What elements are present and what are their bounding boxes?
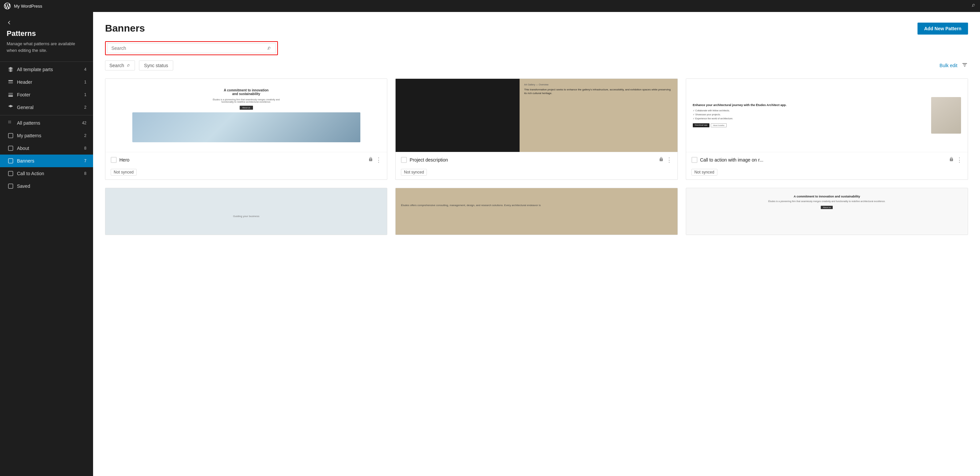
pattern-card-6: A commitment to innovation and sustainab… — [686, 188, 968, 235]
search-filter-button[interactable]: Search — [105, 60, 135, 70]
sidebar-item-my-patterns[interactable]: My patterns 2 — [0, 129, 93, 142]
svg-rect-2 — [8, 93, 13, 95]
sidebar-item-count: 8 — [84, 171, 86, 176]
sidebar-item-label: All patterns — [17, 120, 40, 126]
sidebar-item-label: All template parts — [17, 67, 53, 72]
wordpress-logo — [4, 3, 11, 9]
sidebar-item-count: 4 — [84, 67, 86, 72]
sidebar-item-banners[interactable]: Banners 7 — [0, 154, 93, 167]
pattern-checkbox-project-desc[interactable] — [401, 157, 407, 163]
pattern-name-hero: Hero — [119, 157, 366, 162]
pattern-card-footer-cta-image: Call to action with image on r... ⋮ — [686, 152, 968, 167]
sidebar-description: Manage what patterns are available when … — [0, 41, 93, 60]
back-button[interactable] — [0, 17, 93, 28]
pattern-preview-5: Études offers comprehensive consulting, … — [396, 188, 677, 235]
pattern-card-4: Guiding your business — [105, 188, 387, 235]
filters-row: Search Sync status Bulk edit — [105, 60, 968, 70]
search-box-inner — [107, 43, 276, 53]
more-options-button-cta-image[interactable]: ⋮ — [956, 156, 963, 164]
sidebar-item-label: About — [17, 146, 29, 151]
add-new-pattern-button[interactable]: Add New Pattern — [918, 22, 968, 35]
sync-status-badge-hero: Not synced — [111, 169, 137, 175]
svg-rect-3 — [8, 96, 13, 97]
top-bar: My WordPress — [0, 0, 980, 12]
filter-options-button[interactable] — [961, 62, 968, 70]
more-options-button-hero[interactable]: ⋮ — [375, 156, 382, 164]
sidebar-item-call-to-action[interactable]: Call to Action 8 — [0, 167, 93, 180]
pattern-preview-hero: A commitment to innovationand sustainabi… — [105, 79, 387, 152]
sidebar-item-label: My patterns — [17, 133, 41, 138]
lock-icon-cta-image — [949, 157, 954, 163]
pattern-card-footer-hero: Hero ⋮ — [105, 152, 387, 167]
sidebar-title: Patterns — [0, 28, 93, 41]
svg-rect-1 — [8, 82, 13, 84]
divider-2 — [0, 115, 93, 115]
pattern-grid: A commitment to innovationand sustainabi… — [105, 78, 968, 235]
sidebar-item-count: 2 — [84, 105, 86, 110]
pattern-name-cta-image: Call to action with image on r... — [700, 157, 947, 162]
pattern-card-hero: A commitment to innovationand sustainabi… — [105, 78, 387, 180]
page-title: Banners — [105, 22, 145, 34]
sidebar-item-footer[interactable]: Footer 1 — [0, 88, 93, 101]
sidebar-item-general[interactable]: General 2 — [0, 101, 93, 114]
pattern-card-project-desc: Art Gallery — Overview This transformati… — [395, 78, 678, 180]
sidebar-item-all-template-parts[interactable]: All template parts 4 — [0, 63, 93, 76]
sync-status-badge-project-desc: Not synced — [401, 169, 427, 175]
pattern-preview-cta-image: Enhance your architectural journey with … — [686, 79, 968, 152]
sidebar-item-label: Header — [17, 80, 32, 85]
pattern-card-footer-project-desc: Project description ⋮ — [396, 152, 677, 167]
pattern-preview-4: Guiding your business — [105, 188, 387, 235]
pattern-preview-project-desc: Art Gallery — Overview This transformati… — [396, 79, 677, 152]
filters-left: Search Sync status — [105, 60, 173, 70]
sidebar-item-about[interactable]: About 8 — [0, 142, 93, 154]
sync-status-button[interactable]: Sync status — [139, 60, 173, 70]
sidebar-item-count: 2 — [84, 133, 86, 138]
svg-rect-0 — [8, 80, 13, 81]
more-options-button-project-desc[interactable]: ⋮ — [666, 156, 672, 164]
sidebar-item-count: 1 — [84, 92, 86, 97]
sidebar-item-label: Footer — [17, 92, 30, 97]
sidebar-item-label: General — [17, 105, 33, 110]
site-name: My WordPress — [14, 4, 42, 9]
sidebar: Patterns Manage what patterns are availa… — [0, 12, 93, 476]
topbar-search-button[interactable] — [971, 3, 976, 9]
pattern-checkbox-cta-image[interactable] — [692, 157, 697, 163]
search-box-wrapper — [105, 41, 278, 55]
search-icon — [266, 46, 272, 51]
pattern-preview-6: A commitment to innovation and sustainab… — [686, 188, 968, 235]
sidebar-item-label: Saved — [17, 183, 30, 189]
search-filter-label: Search — [109, 63, 124, 68]
bulk-edit-button[interactable]: Bulk edit — [939, 63, 958, 68]
sidebar-item-saved[interactable]: Saved — [0, 180, 93, 193]
pattern-name-project-desc: Project description — [410, 157, 656, 162]
sync-status-badge-cta-image: Not synced — [692, 169, 718, 175]
sidebar-item-count: 1 — [84, 80, 86, 84]
lock-icon-hero — [368, 157, 373, 163]
sidebar-item-all-patterns[interactable]: All patterns 42 — [0, 117, 93, 129]
sidebar-item-label: Call to Action — [17, 171, 44, 176]
sidebar-item-count: 7 — [84, 159, 86, 163]
lock-icon-project-desc — [659, 157, 663, 163]
pattern-card-5: Études offers comprehensive consulting, … — [395, 188, 678, 235]
pattern-card-cta-image: Enhance your architectural journey with … — [686, 78, 968, 180]
main-header: Banners Add New Pattern — [105, 22, 968, 35]
search-filter-icon — [126, 63, 130, 68]
pattern-checkbox-hero[interactable] — [111, 157, 117, 163]
sidebar-item-count: 42 — [82, 121, 86, 125]
search-input[interactable] — [111, 46, 264, 51]
sidebar-item-header[interactable]: Header 1 — [0, 76, 93, 88]
sidebar-item-label: Banners — [17, 158, 34, 164]
main-content: Banners Add New Pattern Search Sync stat… — [93, 12, 980, 476]
sidebar-item-count: 8 — [84, 146, 86, 151]
filters-right: Bulk edit — [939, 62, 968, 70]
